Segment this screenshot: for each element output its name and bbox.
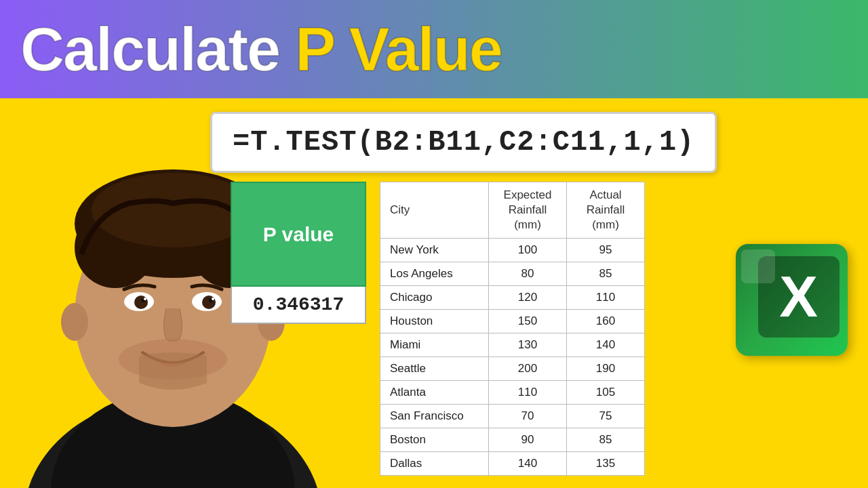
city-cell: New York xyxy=(380,239,489,262)
city-cell: Atlanta xyxy=(380,381,489,405)
formula-box: =T.TEST(B2:B11,C2:C11,1,1) xyxy=(210,112,717,173)
expected-cell: 200 xyxy=(489,357,567,381)
actual-cell: 105 xyxy=(567,381,645,405)
pvalue-container: P value 0.346317 xyxy=(231,182,366,324)
pvalue-number-box: 0.346317 xyxy=(231,287,366,324)
formula-text: =T.TEST(B2:B11,C2:C11,1,1) xyxy=(233,126,694,159)
city-cell: San Francisco xyxy=(380,405,489,428)
table-row: Seattle200190 xyxy=(380,357,645,381)
expected-cell: 80 xyxy=(489,262,567,286)
expected-cell: 120 xyxy=(489,286,567,310)
header-banner: Calculate P Value xyxy=(0,0,868,98)
data-table-wrapper: City ExpectedRainfall(mm) ActualRainfall… xyxy=(380,182,645,476)
actual-cell: 85 xyxy=(567,262,645,286)
actual-cell: 140 xyxy=(567,333,645,357)
table-row: Houston150160 xyxy=(380,310,645,333)
city-cell: Miami xyxy=(380,333,489,357)
table-row: Atlanta110105 xyxy=(380,381,645,405)
city-cell: Boston xyxy=(380,428,489,452)
actual-cell: 110 xyxy=(567,286,645,310)
col-header-city: City xyxy=(380,182,489,239)
actual-cell: 190 xyxy=(567,357,645,381)
svg-point-9 xyxy=(61,303,88,341)
pvalue-green-box: P value xyxy=(231,182,366,287)
svg-point-13 xyxy=(134,296,148,309)
data-table: City ExpectedRainfall(mm) ActualRainfall… xyxy=(380,182,645,476)
city-cell: Seattle xyxy=(380,357,489,381)
city-cell: Los Angeles xyxy=(380,262,489,286)
city-cell: Chicago xyxy=(380,286,489,310)
expected-cell: 130 xyxy=(489,333,567,357)
pvalue-number: 0.346317 xyxy=(253,294,344,315)
city-cell: Houston xyxy=(380,310,489,333)
expected-cell: 70 xyxy=(489,405,567,428)
excel-letter: X xyxy=(779,268,818,325)
col-header-actual: ActualRainfall(mm) xyxy=(567,182,645,239)
table-row: Miami130140 xyxy=(380,333,645,357)
header-yellow-text: P Value xyxy=(295,16,502,83)
header-white-text: Calculate xyxy=(20,16,295,83)
expected-cell: 90 xyxy=(489,428,567,452)
excel-icon: X xyxy=(736,244,848,356)
table-row: New York10095 xyxy=(380,239,645,262)
excel-icon-background: X xyxy=(736,244,848,356)
actual-cell: 135 xyxy=(567,452,645,476)
actual-cell: 85 xyxy=(567,428,645,452)
svg-point-14 xyxy=(202,296,216,309)
header-title: Calculate P Value xyxy=(20,19,502,80)
svg-point-17 xyxy=(144,298,146,300)
actual-cell: 95 xyxy=(567,239,645,262)
city-cell: Dallas xyxy=(380,452,489,476)
expected-cell: 150 xyxy=(489,310,567,333)
excel-icon-fold xyxy=(741,249,775,283)
expected-cell: 140 xyxy=(489,452,567,476)
table-row: Boston9085 xyxy=(380,428,645,452)
actual-cell: 75 xyxy=(567,405,645,428)
expected-cell: 100 xyxy=(489,239,567,262)
pvalue-label: P value xyxy=(263,223,334,246)
col-header-expected: ExpectedRainfall(mm) xyxy=(489,182,567,239)
expected-cell: 110 xyxy=(489,381,567,405)
table-row: Dallas140135 xyxy=(380,452,645,476)
table-row: San Francisco7075 xyxy=(380,405,645,428)
svg-point-18 xyxy=(212,298,214,300)
actual-cell: 160 xyxy=(567,310,645,333)
table-row: Los Angeles8085 xyxy=(380,262,645,286)
table-row: Chicago120110 xyxy=(380,286,645,310)
